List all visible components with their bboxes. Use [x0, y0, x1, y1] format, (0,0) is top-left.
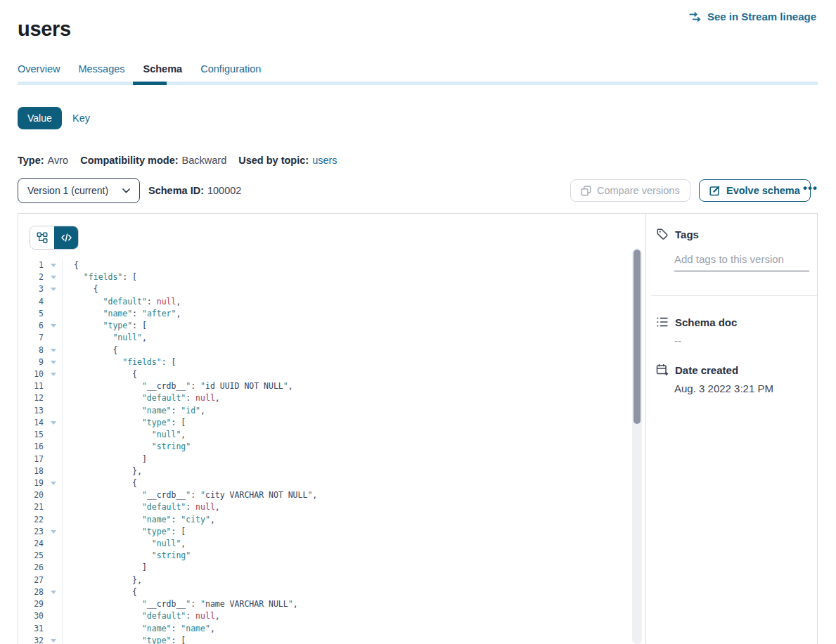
fold-toggle-icon[interactable]: [51, 530, 56, 534]
line-number: 11: [18, 380, 62, 392]
line-number: 15: [18, 429, 62, 441]
code-view-button[interactable]: [54, 226, 78, 249]
version-select[interactable]: Version 1 (current): [18, 178, 140, 203]
code-line: "type": [: [74, 320, 631, 332]
gutter-line: 14: [18, 417, 62, 429]
code-editor[interactable]: { "fields": [ { "default": null, "name":…: [63, 259, 631, 644]
code-line: "name": "name",: [74, 623, 631, 635]
line-number: 25: [18, 550, 62, 562]
tab-bar: Overview Messages Schema Configuration: [18, 63, 261, 75]
fold-toggle-icon[interactable]: [51, 276, 56, 279]
code-line: "null",: [74, 538, 631, 550]
stream-lineage-label: See in Stream lineage: [707, 11, 816, 22]
line-number: 31: [18, 623, 62, 635]
line-number: 29: [18, 598, 62, 610]
calendar-plus-icon: [656, 363, 669, 376]
line-number: 20: [18, 489, 62, 501]
gutter-line: 10: [18, 368, 62, 380]
fold-toggle-icon[interactable]: [51, 373, 56, 376]
page-title: users: [18, 18, 71, 41]
code-line: "type": [: [74, 417, 631, 429]
code-line: "__crdb__": "city VARCHAR NOT NULL",: [74, 489, 631, 501]
gutter-line: 20: [18, 489, 62, 501]
version-select-value: Version 1 (current): [27, 185, 108, 196]
compatibility-field: Compatibility mode:Backward: [80, 155, 226, 166]
line-number: 18: [18, 465, 62, 477]
gutter-line: 17: [18, 453, 62, 465]
tab-messages[interactable]: Messages: [78, 63, 124, 75]
gutter-line: 6: [18, 320, 62, 332]
fold-toggle-icon[interactable]: [51, 482, 56, 485]
gutter-line: 12: [18, 392, 62, 404]
gutter-line: 19: [18, 477, 62, 489]
schema-panel: 1234567891011121314151617181920212223242…: [18, 213, 818, 644]
code-line: "fields": [: [74, 356, 631, 368]
tree-icon: [37, 232, 48, 243]
code-line: "string": [74, 550, 631, 562]
line-number: 13: [18, 405, 62, 417]
line-number: 26: [18, 562, 62, 574]
compare-versions-button[interactable]: Compare versions: [570, 179, 690, 202]
gutter-line: 4: [18, 296, 62, 308]
tab-configuration[interactable]: Configuration: [200, 63, 261, 75]
gutter-line: 21: [18, 501, 62, 513]
stream-lineage-link[interactable]: See in Stream lineage: [688, 11, 816, 22]
panel-divider: [645, 214, 646, 644]
line-number: 22: [18, 514, 62, 526]
scrollbar-thumb[interactable]: [634, 250, 641, 424]
more-options-button[interactable]: •••: [803, 177, 818, 200]
tag-icon: [656, 228, 669, 240]
tags-section-header: Tags: [656, 228, 699, 240]
code-line: "type": [: [74, 526, 631, 538]
fold-toggle-icon[interactable]: [51, 591, 56, 594]
add-tags-input[interactable]: Add tags to this version: [674, 253, 809, 271]
active-tab-indicator: [133, 82, 167, 85]
schema-view-toggle: [30, 226, 79, 250]
line-number: 16: [18, 441, 62, 453]
fold-toggle-icon[interactable]: [51, 264, 56, 267]
gutter-line: 3: [18, 283, 62, 295]
key-toggle-button[interactable]: Key: [72, 107, 90, 129]
fold-toggle-icon[interactable]: [51, 361, 56, 364]
fold-toggle-icon[interactable]: [51, 421, 56, 425]
fold-toggle-icon[interactable]: [51, 349, 56, 352]
topic-link[interactable]: users: [312, 155, 337, 166]
code-line: {: [74, 586, 631, 598]
fold-toggle-icon[interactable]: [51, 324, 56, 328]
code-line: {: [74, 368, 631, 380]
gutter-line: 7: [18, 332, 62, 344]
gutter-line: 8: [18, 344, 62, 356]
code-line: },: [74, 574, 631, 586]
gutter-line: 26: [18, 562, 62, 574]
code-line: "null",: [74, 332, 631, 344]
line-number: 7: [18, 332, 62, 344]
tab-schema[interactable]: Schema: [143, 63, 183, 75]
fold-toggle-icon[interactable]: [51, 288, 56, 291]
schema-id-field: Schema ID:100002: [148, 178, 241, 203]
evolve-schema-button[interactable]: Evolve schema: [699, 179, 811, 202]
line-number: 17: [18, 453, 62, 465]
gutter-line: 16: [18, 441, 62, 453]
gutter-line: 27: [18, 574, 62, 586]
code-line: "default": null,: [74, 296, 631, 308]
gutter-line: 32: [18, 635, 62, 644]
line-number: 27: [18, 574, 62, 586]
editor-scrollbar[interactable]: [632, 248, 642, 644]
code-line: {: [74, 344, 631, 356]
tab-overview[interactable]: Overview: [18, 63, 60, 75]
list-icon: [656, 316, 669, 328]
gutter-line: 22: [18, 514, 62, 526]
code-line: "name": "city",: [74, 514, 631, 526]
schema-doc-header: Schema doc: [656, 316, 737, 328]
edit-icon: [709, 185, 721, 196]
gutter-line: 2: [18, 271, 62, 283]
tree-view-button[interactable]: [30, 226, 54, 249]
code-line: "default": null,: [74, 610, 631, 622]
line-number: 12: [18, 392, 62, 404]
compare-versions-icon: [581, 186, 591, 196]
fold-toggle-icon[interactable]: [51, 639, 56, 643]
value-toggle-button[interactable]: Value: [18, 107, 62, 129]
gutter-line: 24: [18, 538, 62, 550]
editor-gutter: 1234567891011121314151617181920212223242…: [18, 259, 63, 644]
gutter-line: 23: [18, 526, 62, 538]
